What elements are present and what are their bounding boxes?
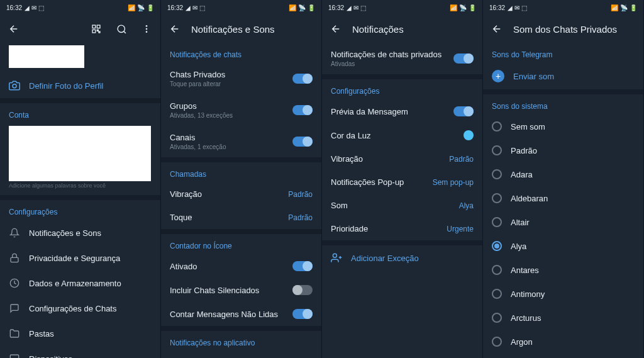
radio-button[interactable] <box>492 289 502 299</box>
badge-enabled-toggle[interactable] <box>292 261 313 271</box>
radio-button[interactable] <box>492 265 502 275</box>
appbar: Notificações e Sons <box>161 15 321 43</box>
status-icons-left: ◢ ✉ ⬚ <box>25 4 44 11</box>
svg-rect-0 <box>92 25 96 28</box>
sound-option[interactable]: Altair <box>483 210 643 234</box>
add-person-icon <box>331 252 342 264</box>
radio-button[interactable] <box>492 145 502 155</box>
sound-row[interactable]: Som Alya <box>322 194 482 217</box>
sound-option[interactable]: Arcturus <box>483 306 643 330</box>
row-label: Prioridade <box>331 224 438 233</box>
row-caption: Ativadas <box>331 60 445 67</box>
inapp-sounds-row[interactable]: Sons no Aplicativo <box>161 351 321 358</box>
chat-notifications-header: Notificações de chats <box>161 43 321 63</box>
camera-icon <box>9 80 20 91</box>
configurations-header: Configurações <box>0 200 160 220</box>
channels-row[interactable]: CanaisAtivadas, 1 exceção <box>161 126 321 157</box>
upload-sound-row[interactable]: + Enviar som <box>483 63 643 89</box>
private-chat-notifications-row[interactable]: Notificações de chats privadosAtivadas <box>322 43 482 74</box>
count-unread-toggle[interactable] <box>292 309 313 319</box>
chat-settings-row[interactable]: Configurações de Chats <box>0 296 160 321</box>
inapp-notifications-header: Notificações no aplicativo <box>161 331 321 351</box>
popup-row[interactable]: Notificações Pop-up Sem pop-up <box>322 171 482 194</box>
radio-button[interactable] <box>492 241 502 251</box>
radio-button[interactable] <box>492 121 502 131</box>
private-chat-notifications-toggle[interactable] <box>453 53 474 64</box>
sound-option[interactable]: Aldebaran <box>483 186 643 210</box>
vibration-row[interactable]: Vibração Padrão <box>161 182 321 206</box>
status-icons-left: ◢ ✉ ⬚ <box>508 4 527 11</box>
sound-option[interactable]: Adara <box>483 162 643 186</box>
account-header: Conta <box>0 103 160 123</box>
sound-name: Adara <box>511 170 533 179</box>
svg-rect-3 <box>97 30 98 31</box>
svg-rect-4 <box>99 31 100 33</box>
sound-option[interactable]: Alya <box>483 234 643 258</box>
row-label: Notificações de chats privados <box>331 50 445 59</box>
message-preview-row[interactable]: Prévia da Mensagem <box>322 99 482 123</box>
sound-name: Altair <box>511 218 530 227</box>
groups-row[interactable]: GruposAtivadas, 13 exceções <box>161 94 321 126</box>
back-button[interactable] <box>5 20 23 38</box>
row-caption: Toque para alterar <box>170 81 284 87</box>
radio-button[interactable] <box>492 337 502 347</box>
bell-icon <box>9 227 20 238</box>
row-label: Cor da Luz <box>331 131 455 140</box>
devices-row[interactable]: Dispositivos <box>0 346 160 358</box>
row-label: Dispositivos <box>29 354 72 359</box>
sound-name: Aldebaran <box>511 194 548 203</box>
badge-enabled-row[interactable]: Ativado <box>161 254 321 278</box>
back-button[interactable] <box>488 20 506 38</box>
private-chats-toggle[interactable] <box>292 74 313 84</box>
svg-point-7 <box>146 28 148 30</box>
sound-option[interactable]: Antares <box>483 258 643 282</box>
calls-header: Chamadas <box>161 162 321 182</box>
message-preview-toggle[interactable] <box>453 106 474 116</box>
qr-icon[interactable] <box>87 20 105 38</box>
more-icon[interactable] <box>138 20 155 38</box>
data-storage-row[interactable]: Dados e Armazenamento <box>0 271 160 296</box>
back-button[interactable] <box>327 20 345 38</box>
svg-point-6 <box>146 25 148 27</box>
radio-button[interactable] <box>492 217 502 227</box>
include-muted-row[interactable]: Incluir Chats Silenciados <box>161 278 321 302</box>
back-button[interactable] <box>166 20 184 38</box>
row-label: Vibração <box>331 154 440 164</box>
notifications-detail-screen: 16:32◢ ✉ ⬚ 📶 📡 🔋 Notificações Notificaçõ… <box>322 0 483 358</box>
appbar: Som dos Chats Privados <box>483 15 643 43</box>
radio-button[interactable] <box>492 169 502 179</box>
sound-option[interactable]: Padrão <box>483 138 643 162</box>
status-time: 16:32 <box>167 4 183 11</box>
add-exception-row[interactable]: Adicionar Exceção <box>322 245 482 271</box>
light-color-row[interactable]: Cor da Luz <box>322 123 482 147</box>
privacy-security-row[interactable]: Privacidade e Segurança <box>0 245 160 271</box>
folders-row[interactable]: Pastas <box>0 321 160 346</box>
sound-option[interactable]: Argon <box>483 330 643 354</box>
status-bar: 16:32◢ ✉ ⬚ 📶 📡 🔋 <box>322 0 482 15</box>
private-chats-row[interactable]: Chats PrivadosToque para alterar <box>161 63 321 94</box>
channels-toggle[interactable] <box>292 137 313 147</box>
notifications-sounds-row[interactable]: Notificações e Sons <box>0 220 160 245</box>
row-label: Notificações Pop-up <box>331 177 424 187</box>
radio-button[interactable] <box>492 193 502 203</box>
vibration-row[interactable]: Vibração Padrão <box>322 147 482 171</box>
sound-option[interactable]: Sem som <box>483 115 643 138</box>
sound-name: Argon <box>511 337 533 347</box>
appbar-title: Notificações <box>352 24 477 35</box>
groups-toggle[interactable] <box>292 105 313 115</box>
row-value: Urgente <box>447 225 474 233</box>
set-profile-photo[interactable]: Definir Foto do Perfil <box>0 73 160 98</box>
row-value: Padrão <box>449 155 474 164</box>
sound-option[interactable]: Antimony <box>483 282 643 306</box>
search-icon[interactable] <box>113 20 130 38</box>
priority-row[interactable]: Prioridade Urgente <box>322 217 482 240</box>
count-unread-row[interactable]: Contar Mensagens Não Lidas <box>161 302 321 326</box>
row-caption: Ativadas, 13 exceções <box>170 112 284 119</box>
sound-option[interactable]: Beat Box Android <box>483 354 643 358</box>
status-bar: 16:32◢ ✉ ⬚ 📶 📡 🔋 <box>483 0 643 15</box>
status-time: 16:32 <box>328 4 344 11</box>
lock-icon <box>9 252 20 264</box>
include-muted-toggle[interactable] <box>292 285 313 295</box>
ringtone-row[interactable]: Toque Padrão <box>161 206 321 229</box>
radio-button[interactable] <box>492 313 502 323</box>
